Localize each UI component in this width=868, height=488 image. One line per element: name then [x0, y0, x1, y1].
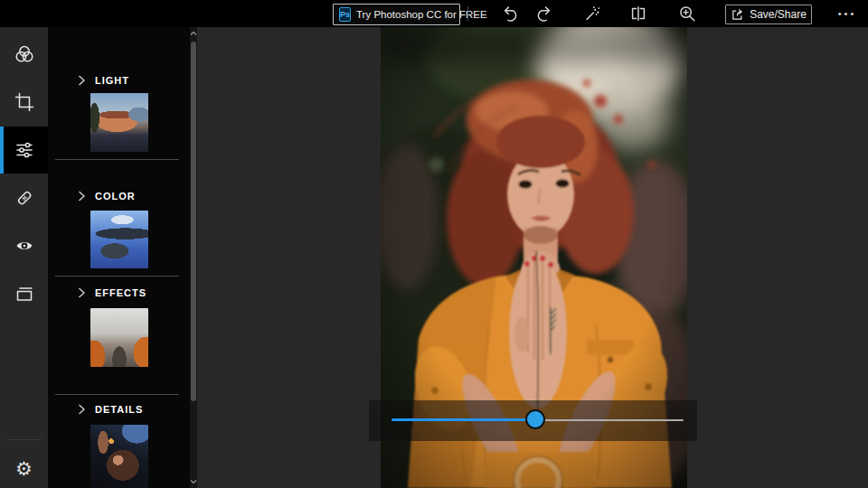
- scroll-down-button[interactable]: [190, 475, 197, 488]
- toolbar-item-red-eye[interactable]: [0, 222, 48, 269]
- sliders-icon: [14, 139, 35, 161]
- compare-before-after-button[interactable]: [626, 2, 651, 25]
- section-label: EFFECTS: [95, 287, 146, 298]
- auto-enhance-button[interactable]: [580, 2, 605, 25]
- redo-icon: [533, 4, 552, 23]
- section-label: LIGHT: [95, 75, 129, 86]
- chevron-right-icon: [78, 75, 86, 86]
- section-divider: [55, 394, 179, 395]
- toolbar-item-adjustments[interactable]: [0, 127, 48, 174]
- chevron-right-icon: [78, 191, 86, 202]
- section-divider: [55, 276, 179, 277]
- scrollbar-thumb[interactable]: [191, 42, 196, 401]
- slider-track-filled[interactable]: [392, 418, 535, 421]
- section-label: COLOR: [95, 191, 136, 202]
- frames-icon: [14, 283, 35, 305]
- color-thumbnail[interactable]: [90, 211, 148, 268]
- adjustment-slider-overlay: [369, 400, 697, 441]
- toolbar-item-healing[interactable]: [0, 174, 48, 221]
- toolbar-item-crop[interactable]: [0, 79, 48, 126]
- bandaid-icon: [14, 187, 35, 209]
- before-after-compare-icon: [628, 4, 648, 23]
- section-header-color[interactable]: COLOR: [48, 189, 190, 203]
- try-photoshop-cc-button[interactable]: Ps Try Photoshop CC for FREE: [333, 4, 460, 25]
- effects-thumbnail[interactable]: [90, 308, 148, 367]
- tool-rail: ⚙: [0, 27, 48, 488]
- chevron-right-icon: [78, 404, 86, 415]
- undo-button[interactable]: [499, 2, 524, 25]
- topbar-divider: [467, 6, 468, 21]
- rail-divider: [6, 439, 42, 440]
- top-bar: Ps Try Photoshop CC for FREE: [0, 0, 868, 27]
- redo-button[interactable]: [530, 2, 555, 25]
- zoom-in-icon: [677, 4, 697, 23]
- color-circles-icon: [14, 43, 35, 65]
- auto-enhance-wand-icon: [582, 4, 602, 23]
- section-header-effects[interactable]: EFFECTS: [48, 286, 190, 300]
- slider-handle[interactable]: [525, 409, 545, 429]
- toolbar-item-looks[interactable]: [0, 31, 48, 78]
- save-share-label: Save/Share: [750, 8, 807, 21]
- chevron-down-icon: [190, 479, 197, 484]
- chevron-right-icon: [78, 287, 86, 298]
- save-share-button[interactable]: Save/Share: [725, 5, 812, 24]
- chevron-up-icon: [190, 31, 197, 36]
- photoshop-logo-icon: Ps: [339, 7, 351, 22]
- section-divider: [55, 159, 179, 160]
- light-thumbnail[interactable]: [90, 93, 148, 152]
- share-icon: [731, 8, 744, 22]
- crop-icon: [14, 91, 35, 113]
- panel-scrollbar[interactable]: [190, 27, 197, 488]
- gear-icon: ⚙: [15, 459, 33, 478]
- section-header-light[interactable]: LIGHT: [48, 73, 190, 88]
- undo-icon: [502, 4, 522, 23]
- eye-icon: [14, 235, 35, 257]
- settings-button[interactable]: ⚙: [0, 448, 48, 488]
- scroll-up-button[interactable]: [190, 27, 197, 40]
- adjustments-panel: LIGHT COLOR EFFECTS DETAILS: [48, 27, 190, 488]
- toolbar-item-borders[interactable]: [0, 270, 48, 317]
- more-options-button[interactable]: •••: [832, 2, 863, 25]
- section-label: DETAILS: [95, 404, 143, 415]
- slider-track-rest[interactable]: [535, 419, 684, 421]
- details-thumbnail[interactable]: [90, 425, 148, 488]
- section-header-details[interactable]: DETAILS: [48, 402, 190, 417]
- zoom-button[interactable]: [675, 2, 700, 25]
